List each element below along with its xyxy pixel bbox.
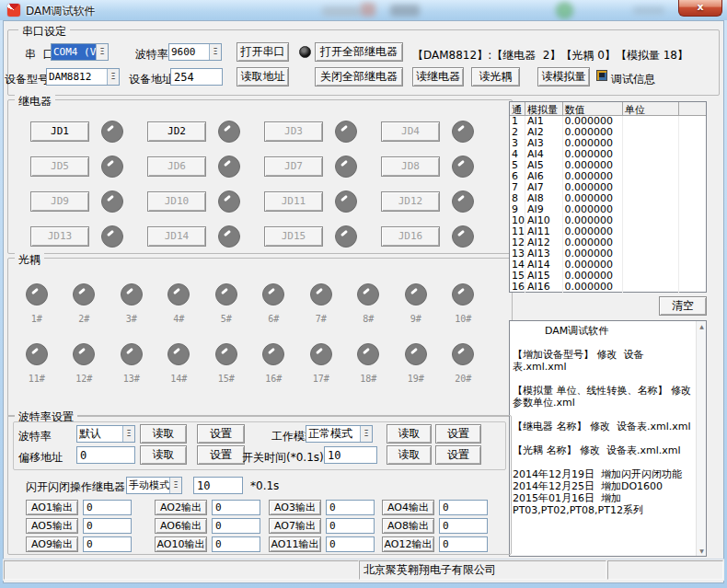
ao-output-input[interactable]: 0: [83, 518, 132, 534]
relay-indicator-icon: [218, 190, 240, 213]
ao-output-input[interactable]: 0: [439, 518, 488, 534]
read-relay-button[interactable]: 读继电器: [412, 67, 464, 86]
device-addr-input[interactable]: 254: [170, 68, 223, 86]
ao-output-button[interactable]: AO7输出: [269, 518, 321, 534]
close-button[interactable]: x: [678, 0, 722, 17]
cell-channel: 14: [510, 259, 525, 271]
chevron-down-icon[interactable]: Ξ: [122, 426, 134, 442]
device-model-combobox[interactable]: DAM8812 Ξ: [46, 68, 120, 86]
relay-indicator-icon: [335, 121, 357, 143]
relay-button[interactable]: JD10: [147, 191, 206, 212]
ao-output-button[interactable]: AO11输出: [269, 536, 321, 552]
ao-output-button[interactable]: AO10输出: [155, 536, 207, 552]
work-mode-read-button[interactable]: 读取: [387, 424, 432, 444]
ao-output-button[interactable]: AO8输出: [382, 518, 434, 534]
flash-mode-value: 手动模式: [127, 478, 169, 493]
switch-time-set-button[interactable]: 设置: [435, 445, 481, 465]
table-row: 6 AI6 0.000000: [510, 171, 706, 182]
chevron-down-icon[interactable]: Ξ: [107, 69, 119, 85]
relay-button[interactable]: JD12: [381, 191, 440, 212]
relay-button[interactable]: JD7: [264, 156, 323, 177]
relay-button[interactable]: JD3: [264, 121, 323, 142]
read-opto-button[interactable]: 读光耦: [471, 67, 520, 86]
offset-read-button[interactable]: 读取: [140, 445, 187, 465]
baud-read-button[interactable]: 读取: [140, 424, 187, 444]
relay-button[interactable]: JD8: [381, 156, 440, 177]
read-addr-button[interactable]: 读取地址: [237, 67, 289, 86]
ao-output-input[interactable]: 0: [326, 500, 375, 515]
ao-cell: AO5输出 0: [26, 516, 155, 535]
work-mode-combobox[interactable]: 正常模式 Ξ: [306, 425, 373, 443]
relay-button[interactable]: JD5: [30, 156, 89, 177]
port-combobox[interactable]: COM4 (V) Ξ: [51, 43, 109, 61]
relay-button[interactable]: JD11: [264, 191, 323, 212]
baud-combobox[interactable]: 9600 Ξ: [168, 43, 222, 61]
ao-output-input[interactable]: 0: [212, 536, 260, 552]
ao-output-button[interactable]: AO12输出: [382, 536, 434, 552]
relay-cell: JD1: [30, 114, 147, 149]
relay-button[interactable]: JD1: [30, 121, 89, 142]
debug-info-label[interactable]: 调试信息: [611, 72, 655, 87]
offset-set-button[interactable]: 设置: [197, 445, 245, 465]
table-row: 15 AI15 0.000000: [510, 271, 706, 282]
baud-set-button[interactable]: 设置: [197, 424, 245, 444]
clear-button[interactable]: 清空: [659, 296, 707, 316]
relay-button[interactable]: JD16: [381, 226, 440, 247]
ao-output-input[interactable]: 0: [212, 500, 260, 515]
relay-cell: JD12: [381, 184, 498, 219]
chevron-down-icon[interactable]: Ξ: [169, 478, 181, 493]
open-port-button[interactable]: 打开串口: [237, 42, 289, 62]
info-panel[interactable]: DAM调试软件 【增加设备型号】 修改 设备表.xml.xml 【模拟量 单位、…: [509, 320, 707, 557]
ao-output-button[interactable]: AO3输出: [269, 500, 321, 515]
ao-output-input[interactable]: 0: [326, 518, 375, 534]
work-mode-set-button[interactable]: 设置: [435, 424, 481, 444]
ao-output-input[interactable]: 0: [439, 500, 488, 515]
ao-output-button[interactable]: AO4输出: [382, 500, 434, 515]
aero-blur-decoration: [390, 5, 420, 17]
ao-output-button[interactable]: AO1输出: [26, 500, 78, 515]
relay-button[interactable]: JD14: [147, 226, 206, 247]
ao-output-input[interactable]: 0: [326, 536, 375, 552]
opto-cell: 11#: [13, 343, 61, 384]
switch-time-read-button[interactable]: 读取: [387, 445, 432, 465]
open-all-relays-button[interactable]: 打开全部继电器: [315, 42, 403, 62]
relay-button[interactable]: JD4: [381, 121, 440, 142]
ao-output-button[interactable]: AO9输出: [26, 536, 78, 552]
ao-output-input[interactable]: 0: [83, 500, 132, 515]
opto-cell: 5#: [202, 283, 250, 324]
info-scrollbar[interactable]: ▲ ▼: [696, 321, 706, 556]
aero-blur-decoration: [322, 6, 361, 17]
read-analog-button[interactable]: 读模拟量: [537, 67, 590, 86]
ao-output-button[interactable]: AO6输出: [155, 518, 207, 534]
scroll-up-icon[interactable]: ▲: [697, 321, 707, 331]
flash-time-input[interactable]: 10: [193, 477, 243, 494]
chevron-down-icon[interactable]: Ξ: [96, 44, 108, 60]
cell-extra: [679, 182, 706, 193]
chevron-down-icon[interactable]: Ξ: [360, 426, 372, 442]
device-model-value: DAM8812: [47, 69, 107, 85]
ao-output-button[interactable]: AO2输出: [155, 500, 207, 515]
relay-button[interactable]: JD9: [30, 191, 89, 212]
flash-mode-combobox[interactable]: 手动模式 Ξ: [126, 477, 182, 494]
ao-output-button[interactable]: AO5输出: [26, 518, 78, 534]
aero-blur-decoration: [633, 6, 664, 15]
relay-button[interactable]: JD6: [147, 156, 206, 177]
close-all-relays-button[interactable]: 关闭全部继电器: [315, 67, 403, 86]
baud-default-combobox[interactable]: 默认 Ξ: [76, 425, 135, 443]
device-addr-label: 设备地址: [129, 72, 173, 87]
cell-unit: [623, 248, 679, 259]
offset-input[interactable]: 0: [76, 446, 135, 464]
cell-analog-name: AI2: [525, 127, 563, 138]
chevron-down-icon[interactable]: Ξ: [209, 44, 221, 60]
relay-indicator-icon: [218, 156, 240, 178]
scroll-down-icon[interactable]: ▼: [697, 546, 707, 556]
cell-analog-name: AI5: [525, 160, 563, 171]
relay-button[interactable]: JD2: [147, 121, 206, 142]
ao-output-input[interactable]: 0: [439, 536, 488, 552]
switch-time-input[interactable]: 10: [324, 446, 377, 464]
ao-output-input[interactable]: 0: [212, 518, 260, 534]
ao-output-input[interactable]: 0: [83, 536, 132, 552]
relay-button[interactable]: JD15: [264, 226, 323, 247]
relay-button[interactable]: JD13: [30, 226, 89, 247]
baud-default-value: 默认: [77, 426, 122, 442]
